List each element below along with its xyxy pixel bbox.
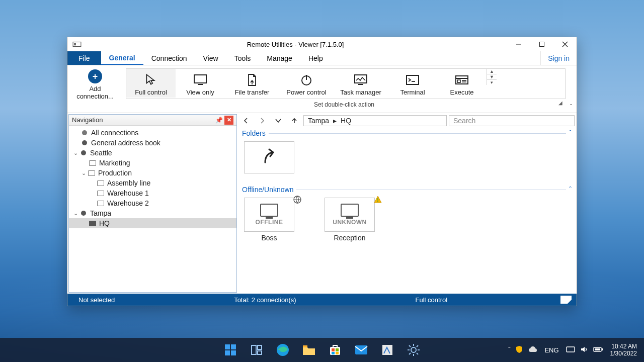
- file-transfer-button[interactable]: File transfer: [225, 69, 279, 98]
- pin-icon[interactable]: 📌: [214, 116, 223, 125]
- breadcrumb-seg[interactable]: HQ: [341, 117, 351, 125]
- tree-marketing[interactable]: Marketing: [69, 158, 236, 168]
- language-indicator[interactable]: ENG: [544, 346, 558, 354]
- tray-chevron-icon[interactable]: ˆ: [508, 346, 510, 353]
- connection-boss[interactable]: OFFLINE Boss: [244, 198, 294, 242]
- folder-icon: [88, 221, 97, 226]
- status-total: Total: 2 connection(s): [228, 296, 302, 304]
- nav-forward-button[interactable]: [255, 115, 269, 126]
- menu-tools[interactable]: Tools: [226, 51, 259, 65]
- monitor-icon: [341, 204, 359, 217]
- navigation-tree: All connections General address book ⌄Se…: [69, 126, 236, 292]
- collapse-offline-icon[interactable]: ˆ: [569, 186, 572, 194]
- app-icon[interactable]: [377, 340, 397, 360]
- edge-icon[interactable]: [273, 340, 293, 360]
- keyboard-icon[interactable]: [566, 346, 575, 354]
- tree-hq[interactable]: HQ: [69, 218, 236, 228]
- svg-rect-33: [336, 348, 339, 351]
- tree-warehouse-1[interactable]: Warehouse 1: [69, 188, 236, 198]
- window-title: Remote Utilities - Viewer [7.1.5.0]: [84, 41, 507, 48]
- mail-icon[interactable]: [351, 340, 371, 360]
- tree-seattle[interactable]: ⌄Seattle: [69, 148, 236, 158]
- menu-help[interactable]: Help: [300, 51, 331, 65]
- app-toolbar-icon[interactable]: [72, 40, 82, 49]
- volume-icon[interactable]: [580, 346, 588, 354]
- svg-rect-24: [225, 350, 230, 355]
- full-control-button[interactable]: Full control: [126, 69, 176, 98]
- parent-folder-tile[interactable]: [244, 141, 294, 173]
- maximize-button[interactable]: [530, 37, 553, 51]
- menu-connection[interactable]: Connection: [143, 51, 195, 65]
- search-input[interactable]: Search: [449, 115, 575, 126]
- menu-file[interactable]: File: [67, 51, 101, 65]
- file-icon: [244, 72, 260, 88]
- taskbar-clock[interactable]: 10:42 AM 1/30/2022: [610, 343, 637, 357]
- svg-rect-16: [457, 80, 460, 82]
- settings-icon[interactable]: [404, 340, 424, 360]
- task-manager-button[interactable]: Task manager: [334, 69, 388, 98]
- view-only-button[interactable]: View only: [176, 69, 225, 98]
- task-view-button[interactable]: [247, 340, 267, 360]
- svg-rect-22: [225, 344, 230, 349]
- dot-icon: [80, 130, 89, 135]
- ribbon-collapse-button[interactable]: ˆ: [566, 65, 577, 113]
- tree-general-address-book[interactable]: General address book: [69, 138, 236, 148]
- nav-back-button[interactable]: [239, 115, 253, 126]
- folder-icon: [88, 160, 97, 166]
- minimize-button[interactable]: [507, 37, 530, 51]
- execute-button[interactable]: Execute: [437, 69, 487, 98]
- tree-production[interactable]: ⌄Production: [69, 168, 236, 178]
- tree-tampa[interactable]: ⌄Tampa: [69, 208, 236, 218]
- svg-rect-7: [198, 84, 203, 85]
- menubar: File General Connection View Tools Manag…: [67, 51, 577, 65]
- cloud-icon[interactable]: [528, 346, 537, 354]
- signin-link[interactable]: Sign in: [540, 51, 577, 65]
- scroll-down-icon[interactable]: ▼: [487, 74, 497, 80]
- connection-reception[interactable]: UNKNOWN Reception: [325, 198, 375, 242]
- close-panel-button[interactable]: ✕: [224, 116, 233, 125]
- status-selection: Not selected: [72, 296, 121, 304]
- chevron-down-icon[interactable]: ⌄: [80, 170, 87, 176]
- tree-all-connections[interactable]: All connections: [69, 128, 236, 138]
- titlebar: Remote Utilities - Viewer [7.1.5.0]: [67, 37, 577, 51]
- store-icon[interactable]: [325, 340, 345, 360]
- battery-icon[interactable]: [593, 346, 603, 354]
- power-control-button[interactable]: Power control: [279, 69, 334, 98]
- svg-rect-3: [540, 42, 544, 47]
- system-tray[interactable]: ˆ: [508, 345, 537, 355]
- breadcrumb-path[interactable]: Tampa ▸ HQ: [303, 115, 447, 126]
- svg-rect-27: [258, 345, 262, 349]
- folder-icon: [96, 191, 105, 196]
- menu-general[interactable]: General: [101, 51, 143, 65]
- monitor-icon: [260, 204, 278, 217]
- menu-view[interactable]: View: [195, 51, 226, 65]
- menu-manage[interactable]: Manage: [259, 51, 300, 65]
- start-button[interactable]: [220, 340, 240, 360]
- dot-icon: [79, 150, 88, 155]
- nav-history-button[interactable]: [271, 115, 285, 126]
- nav-up-button[interactable]: [287, 115, 301, 126]
- ribbon-anchor-icon[interactable]: ◢: [558, 100, 562, 106]
- warning-icon: [374, 196, 382, 204]
- add-connection-button[interactable]: + Add connection...: [67, 65, 123, 113]
- plus-icon: +: [88, 69, 102, 83]
- chevron-down-icon[interactable]: ⌄: [72, 150, 79, 156]
- scroll-expand-icon[interactable]: ▾: [487, 80, 497, 85]
- folder-icon: [87, 170, 96, 176]
- chevron-right-icon: ▸: [333, 117, 337, 125]
- tree-assembly-line[interactable]: Assembly line: [69, 178, 236, 188]
- tree-warehouse-2[interactable]: Warehouse 2: [69, 198, 236, 208]
- svg-rect-35: [336, 352, 339, 354]
- status-note-icon[interactable]: [560, 296, 572, 304]
- terminal-button[interactable]: Terminal: [388, 69, 437, 98]
- scroll-up-icon[interactable]: ▲: [487, 69, 497, 74]
- collapse-folders-icon[interactable]: ˆ: [569, 129, 572, 137]
- close-button[interactable]: [553, 37, 577, 51]
- breadcrumb-bar: Tampa ▸ HQ Search: [238, 114, 576, 127]
- breadcrumb-seg[interactable]: Tampa: [308, 117, 329, 125]
- shield-icon[interactable]: [515, 345, 523, 355]
- globe-icon: [293, 196, 301, 204]
- file-explorer-icon[interactable]: [299, 340, 319, 360]
- ribbon-scroll[interactable]: ▲ ▼ ▾: [487, 69, 497, 85]
- chevron-down-icon[interactable]: ⌄: [72, 210, 79, 217]
